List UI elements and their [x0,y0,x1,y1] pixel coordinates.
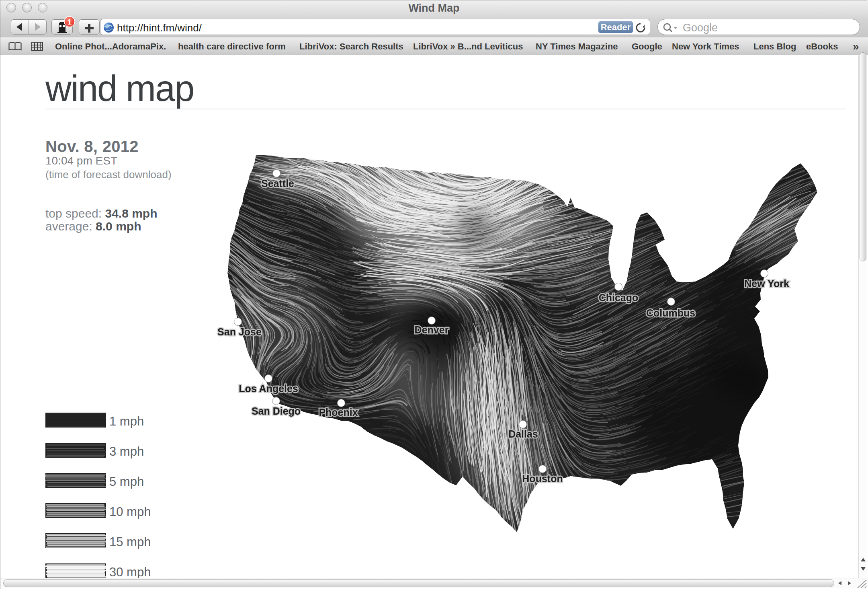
svg-text:Columbus: Columbus [646,307,695,319]
svg-text:Los Angeles: Los Angeles [239,383,298,394]
svg-text:San Diego: San Diego [252,405,301,417]
svg-text:Chicago: Chicago [599,292,639,303]
svg-text:Seattle: Seattle [261,178,294,189]
svg-text:New York: New York [744,278,789,289]
svg-text:Denver: Denver [415,324,449,335]
svg-text:1: 1 [68,18,72,26]
svg-text:San Jose: San Jose [217,326,262,337]
svg-text:Dallas: Dallas [508,428,538,440]
svg-text:Houston: Houston [522,473,563,484]
svg-text:Phoenix: Phoenix [319,407,358,418]
